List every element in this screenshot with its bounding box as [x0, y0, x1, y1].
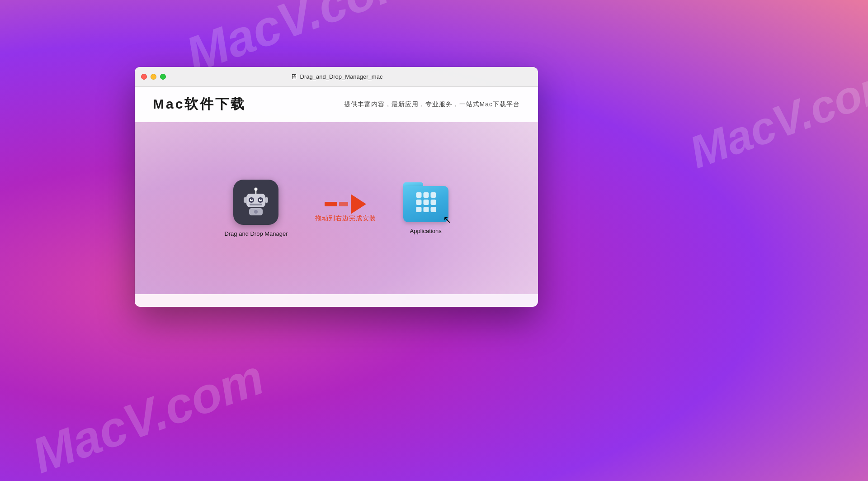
- svg-rect-14: [416, 192, 421, 198]
- title-bar: 🖥 Drag_and_Drop_Manager_mac: [135, 67, 538, 87]
- svg-rect-19: [430, 200, 436, 205]
- svg-point-1: [255, 187, 258, 190]
- window-title: Drag_and_Drop_Manager_mac: [300, 73, 383, 80]
- maximize-button[interactable]: [160, 74, 166, 80]
- window-icon: 🖥: [290, 73, 297, 81]
- arrow-head: [351, 194, 366, 214]
- robot-icon: [240, 186, 272, 218]
- site-title: Mac软件下载: [153, 95, 246, 114]
- window-title-area: 🖥 Drag_and_Drop_Manager_mac: [290, 73, 383, 81]
- svg-rect-17: [416, 200, 421, 205]
- svg-point-8: [260, 199, 262, 200]
- svg-point-7: [251, 199, 253, 200]
- site-subtitle: 提供丰富内容，最新应用，专业服务，一站式Mac下载平台: [344, 100, 520, 109]
- window-header: Mac软件下载 提供丰富内容，最新应用，专业服务，一站式Mac下载平台: [135, 87, 538, 122]
- minimize-button[interactable]: [151, 74, 156, 80]
- drag-content: Drag and Drop Manager 拖动到右边完成安装: [224, 180, 448, 237]
- app-icon[interactable]: [233, 180, 278, 225]
- app-name-label: Drag and Drop Manager: [224, 230, 288, 237]
- applications-label: Applications: [410, 228, 442, 234]
- svg-point-13: [254, 210, 258, 214]
- folder-body: [403, 186, 448, 222]
- svg-rect-15: [423, 192, 429, 198]
- app-icon-container: Drag and Drop Manager: [224, 180, 288, 237]
- svg-rect-9: [250, 204, 262, 205]
- applications-folder-container: ↖ Applications: [403, 182, 448, 234]
- svg-rect-22: [430, 207, 436, 212]
- dash-1: [325, 202, 337, 206]
- drag-hint-text: 拖动到右边完成安装: [315, 214, 376, 223]
- drag-drop-area[interactable]: Drag and Drop Manager 拖动到右边完成安装: [135, 122, 538, 294]
- close-button[interactable]: [141, 74, 147, 80]
- cursor-icon: ↖: [443, 214, 451, 226]
- drag-arrow: 拖动到右边完成安装: [315, 194, 376, 223]
- mac-window: 🖥 Drag_and_Drop_Manager_mac Mac软件下载 提供丰富…: [135, 67, 538, 307]
- svg-rect-18: [423, 200, 429, 205]
- applications-folder-icon[interactable]: ↖: [403, 182, 448, 222]
- svg-rect-20: [416, 207, 421, 212]
- svg-rect-21: [423, 207, 429, 212]
- svg-rect-16: [430, 192, 436, 198]
- svg-rect-10: [244, 197, 247, 203]
- traffic-lights: [141, 74, 166, 80]
- svg-rect-11: [265, 197, 268, 203]
- red-arrow: [325, 194, 366, 214]
- appstore-symbol: [413, 190, 438, 219]
- dash-2: [339, 202, 348, 206]
